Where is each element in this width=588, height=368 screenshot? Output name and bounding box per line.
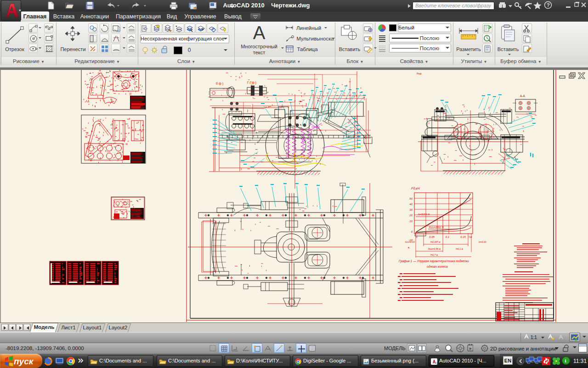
svg-text:2D рисование и аннотации: 2D рисование и аннотации xyxy=(490,346,556,351)
svg-text:i: i xyxy=(565,358,566,363)
svg-text:в.: в. xyxy=(408,246,410,249)
svg-text:f,м: f,м xyxy=(469,236,472,238)
svg-text:fст=0,03: fст=0,03 xyxy=(405,241,415,243)
svg-text:0: 0 xyxy=(411,230,413,233)
svg-text:f=0,1 м: f=0,1 м xyxy=(456,247,464,250)
svg-text:fдин=0,56 м: fдин=0,56 м xyxy=(428,247,441,250)
svg-text:fг=0,03: fг=0,03 xyxy=(479,241,486,243)
svg-text:А-А: А-А xyxy=(520,94,526,98)
svg-text:Fд,кН: Fд,кН xyxy=(411,187,420,190)
svg-text:Ркф: Ркф xyxy=(417,72,422,75)
svg-text:40: 40 xyxy=(409,203,413,206)
svg-text:N=5203 Н: N=5203 Н xyxy=(418,213,430,216)
svg-text:б ф ): б ф ) xyxy=(216,82,223,86)
svg-text:10: 10 xyxy=(435,362,437,364)
svg-text:11:31: 11:31 xyxy=(573,358,587,364)
svg-text:0,15: 0,15 xyxy=(460,236,466,238)
svg-text:f=0,7 м: f=0,7 м xyxy=(430,253,438,256)
svg-text:10: 10 xyxy=(409,220,413,223)
svg-text:График 1 — Упругая характери: График 1 — Упругая характеристика подвес… xyxy=(399,259,469,263)
svg-text:Г-Гф ): Г-Гф ) xyxy=(247,81,256,85)
svg-text:Fст=3802 Н: Fст=3802 Н xyxy=(429,226,444,229)
svg-text:0,05: 0,05 xyxy=(429,236,435,238)
svg-text:1:1: 1:1 xyxy=(531,335,537,340)
svg-text:?: ? xyxy=(547,2,550,8)
svg-text:30: 30 xyxy=(409,208,413,211)
svg-text:одного колеса: одного колеса xyxy=(427,265,448,268)
svg-text:f=0,097 м: f=0,097 м xyxy=(430,241,441,243)
svg-text:20: 20 xyxy=(409,214,413,217)
svg-text:50: 50 xyxy=(409,197,413,200)
svg-text:0,1: 0,1 xyxy=(446,236,449,238)
svg-text:пуск: пуск xyxy=(14,356,34,366)
